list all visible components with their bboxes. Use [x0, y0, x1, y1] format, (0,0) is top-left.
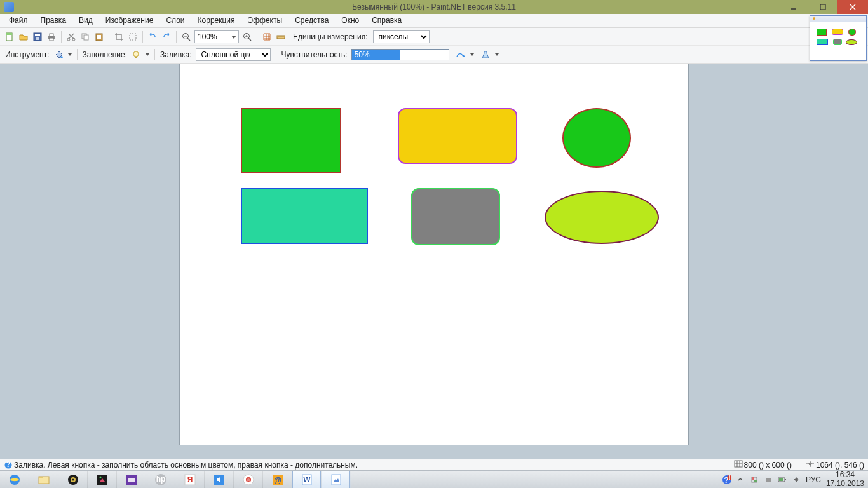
- cut-button[interactable]: [65, 31, 77, 43]
- svg-rect-5: [6, 33, 12, 35]
- sensitivity-value: 50%: [352, 50, 370, 59]
- zoom-out-button[interactable]: [180, 31, 192, 43]
- tray-language[interactable]: РУС: [806, 475, 821, 484]
- modified-indicator-icon: ★: [811, 15, 817, 22]
- open-file-button[interactable]: [18, 31, 29, 43]
- zoom-input[interactable]: [194, 30, 239, 43]
- menubar: Файл Правка Вид Изображение Слои Коррекц…: [0, 14, 868, 28]
- fillmode-label: Заполнение:: [83, 50, 127, 59]
- menu-effects[interactable]: Эффекты: [241, 14, 289, 27]
- menu-image[interactable]: Изображение: [99, 14, 160, 27]
- menu-help[interactable]: Справка: [365, 14, 408, 27]
- menu-tools[interactable]: Средства: [288, 14, 335, 27]
- canvas[interactable]: [180, 64, 688, 445]
- titlebar: Безымянный (100%) - Paint.NET версия 3.5…: [0, 0, 868, 14]
- main-toolbar: Единицы измерения: пикселы: [0, 28, 868, 46]
- menu-view[interactable]: Вид: [72, 14, 99, 27]
- grid-button[interactable]: [261, 31, 273, 43]
- menu-correction[interactable]: Коррекция: [191, 14, 241, 27]
- new-file-button[interactable]: [4, 31, 15, 43]
- status-cursor-pos: 1064 (), 546 (): [816, 461, 864, 470]
- svg-rect-8: [36, 37, 39, 40]
- canvas-shape: [241, 108, 341, 173]
- taskbar-app2-button[interactable]: [117, 471, 146, 489]
- undo-button[interactable]: [147, 31, 158, 43]
- svg-point-27: [60, 56, 63, 58]
- menu-window[interactable]: Окно: [335, 14, 365, 27]
- menu-edit[interactable]: Правка: [34, 14, 73, 27]
- contiguous-icon[interactable]: [456, 50, 466, 60]
- deselect-button[interactable]: [127, 31, 139, 43]
- zoom-in-button[interactable]: [241, 31, 253, 43]
- document-thumbnail[interactable]: [810, 22, 866, 60]
- taskbar-hp-button[interactable]: hp: [146, 471, 175, 489]
- status-hint: Заливка. Левая кнопка - заполнить област…: [14, 461, 358, 470]
- fill-type-select[interactable]: Сплошной цвет: [196, 48, 271, 61]
- crop-button[interactable]: [113, 31, 125, 43]
- sensitivity-slider[interactable]: 50%: [351, 49, 449, 60]
- window-minimize-button[interactable]: [779, 0, 808, 14]
- save-button[interactable]: [32, 31, 43, 43]
- menu-file[interactable]: Файл: [3, 14, 34, 27]
- taskbar-media-button[interactable]: [58, 471, 88, 489]
- instrument-label: Инструмент:: [5, 50, 50, 59]
- fill-label: Заливка:: [160, 50, 192, 59]
- canvas-shape: [411, 188, 500, 245]
- svg-text:hp: hp: [156, 475, 165, 484]
- document-thumbnail-panel[interactable]: ★: [810, 15, 867, 61]
- units-select[interactable]: пикселы: [373, 30, 430, 43]
- units-label: Единицы измерения:: [293, 32, 368, 41]
- canvas-shape: [545, 191, 659, 244]
- svg-text:@: @: [274, 476, 281, 485]
- window-maximize-button[interactable]: [808, 0, 837, 14]
- ruler-button[interactable]: [275, 31, 287, 43]
- taskbar-sound-button[interactable]: [205, 471, 234, 489]
- help-icon: ?: [4, 461, 13, 469]
- window-close-button[interactable]: [837, 0, 868, 14]
- menu-layers[interactable]: Слои: [159, 14, 191, 27]
- taskbar-explorer-button[interactable]: [29, 471, 58, 489]
- svg-rect-62: [754, 480, 757, 482]
- taskbar-mail-button[interactable]: @: [263, 471, 292, 489]
- taskbar-word-button[interactable]: W: [292, 471, 322, 489]
- copy-button[interactable]: [79, 31, 91, 43]
- flask-icon[interactable]: [480, 50, 491, 60]
- svg-text:Я: Я: [187, 475, 193, 484]
- svg-rect-18: [130, 34, 136, 40]
- taskbar-yandex-button[interactable]: Я: [175, 471, 205, 489]
- status-canvas-size: 800 () x 600 (): [744, 461, 792, 470]
- paste-button[interactable]: [93, 31, 105, 43]
- tray-battery-icon[interactable]: [778, 475, 787, 484]
- tray-help-icon[interactable]: !?: [722, 475, 731, 484]
- taskbar-browser-button[interactable]: [234, 471, 263, 489]
- print-button[interactable]: [46, 31, 57, 43]
- paint-bucket-icon[interactable]: [53, 50, 64, 60]
- svg-rect-10: [50, 34, 53, 36]
- svg-text:?: ?: [724, 476, 728, 485]
- tray-device-icon[interactable]: [764, 475, 773, 484]
- window-title: Безымянный (100%) - Paint.NET версия 3.5…: [0, 3, 868, 11]
- lightbulb-icon[interactable]: [131, 50, 141, 60]
- svg-line-23: [248, 38, 251, 41]
- svg-rect-66: [779, 478, 783, 481]
- taskbar-ie-button[interactable]: [0, 471, 29, 489]
- svg-rect-11: [50, 38, 53, 41]
- tray-clock[interactable]: 16:34 17.10.2013: [826, 471, 864, 487]
- taskbar-app1-button[interactable]: [88, 471, 117, 489]
- tray-flag-icon[interactable]: [750, 475, 759, 484]
- canvas-shape: [398, 108, 517, 164]
- svg-point-41: [99, 476, 101, 478]
- svg-rect-32: [735, 461, 742, 467]
- redo-button[interactable]: [161, 31, 172, 43]
- svg-line-20: [187, 38, 190, 41]
- tray-volume-icon[interactable]: [792, 475, 801, 484]
- svg-rect-36: [39, 477, 43, 478]
- canvas-shape: [241, 188, 368, 244]
- system-tray: !? РУС 16:34 17.10.2013: [722, 471, 868, 487]
- taskbar-paintnet-button[interactable]: [322, 471, 351, 489]
- workspace[interactable]: [0, 64, 868, 459]
- tray-time: 16:34: [826, 471, 864, 479]
- tray-date: 17.10.2013: [826, 480, 864, 488]
- tray-chevron-icon[interactable]: [736, 475, 745, 484]
- svg-rect-65: [785, 479, 786, 480]
